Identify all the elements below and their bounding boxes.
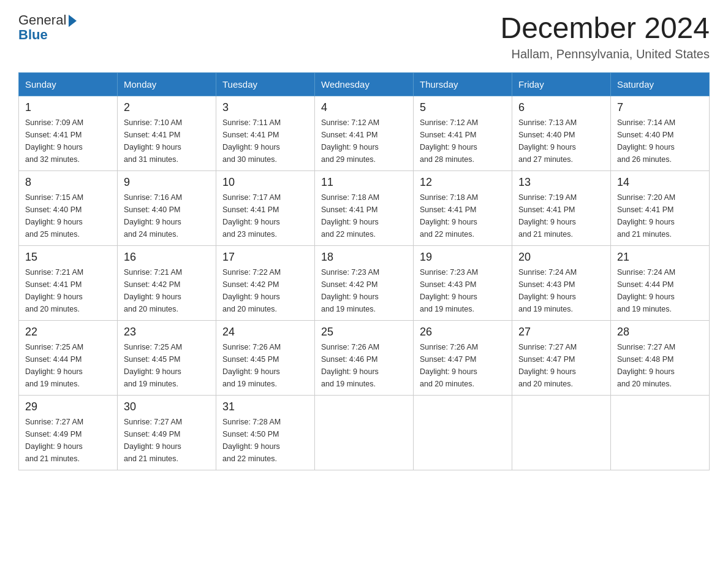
day-info: Sunrise: 7:12 AM Sunset: 4:41 PM Dayligh…	[321, 117, 407, 166]
day-number: 20	[518, 251, 604, 264]
day-info: Sunrise: 7:16 AM Sunset: 4:40 PM Dayligh…	[124, 191, 210, 240]
day-info: Sunrise: 7:23 AM Sunset: 4:43 PM Dayligh…	[420, 266, 506, 315]
day-info: Sunrise: 7:24 AM Sunset: 4:44 PM Dayligh…	[617, 266, 703, 315]
day-info: Sunrise: 7:12 AM Sunset: 4:41 PM Dayligh…	[420, 117, 506, 166]
day-info: Sunrise: 7:11 AM Sunset: 4:41 PM Dayligh…	[222, 117, 308, 166]
calendar-cell: 12 Sunrise: 7:18 AM Sunset: 4:41 PM Dayl…	[414, 170, 512, 245]
day-number: 11	[321, 176, 407, 189]
calendar-cell: 15 Sunrise: 7:21 AM Sunset: 4:41 PM Dayl…	[19, 245, 118, 320]
calendar-cell: 6 Sunrise: 7:13 AM Sunset: 4:40 PM Dayli…	[512, 96, 611, 170]
calendar-cell: 8 Sunrise: 7:15 AM Sunset: 4:40 PM Dayli…	[19, 170, 118, 245]
day-number: 10	[222, 176, 308, 189]
day-info: Sunrise: 7:10 AM Sunset: 4:41 PM Dayligh…	[124, 117, 210, 166]
calendar-cell: 10 Sunrise: 7:17 AM Sunset: 4:41 PM Dayl…	[216, 170, 315, 245]
calendar-cell	[611, 395, 710, 470]
day-number: 26	[420, 326, 506, 339]
calendar-cell	[512, 395, 611, 470]
day-info: Sunrise: 7:20 AM Sunset: 4:41 PM Dayligh…	[617, 191, 703, 240]
day-number: 7	[617, 101, 703, 114]
calendar-cell: 2 Sunrise: 7:10 AM Sunset: 4:41 PM Dayli…	[118, 96, 216, 170]
day-info: Sunrise: 7:27 AM Sunset: 4:48 PM Dayligh…	[617, 341, 703, 390]
day-number: 31	[222, 400, 308, 413]
day-number: 18	[321, 251, 407, 264]
day-number: 29	[25, 400, 111, 413]
week-row-2: 8 Sunrise: 7:15 AM Sunset: 4:40 PM Dayli…	[19, 170, 710, 245]
day-info: Sunrise: 7:25 AM Sunset: 4:45 PM Dayligh…	[124, 341, 210, 390]
calendar-cell: 20 Sunrise: 7:24 AM Sunset: 4:43 PM Dayl…	[512, 245, 611, 320]
day-info: Sunrise: 7:24 AM Sunset: 4:43 PM Dayligh…	[518, 266, 604, 315]
day-number: 3	[222, 101, 308, 114]
day-number: 28	[617, 326, 703, 339]
calendar-cell: 14 Sunrise: 7:20 AM Sunset: 4:41 PM Dayl…	[611, 170, 710, 245]
day-number: 9	[124, 176, 210, 189]
day-number: 21	[617, 251, 703, 264]
day-number: 13	[518, 176, 604, 189]
header-monday: Monday	[118, 72, 216, 96]
day-number: 24	[222, 326, 308, 339]
week-row-4: 22 Sunrise: 7:25 AM Sunset: 4:44 PM Dayl…	[19, 320, 710, 395]
calendar-cell: 17 Sunrise: 7:22 AM Sunset: 4:42 PM Dayl…	[216, 245, 315, 320]
day-number: 19	[420, 251, 506, 264]
day-info: Sunrise: 7:18 AM Sunset: 4:41 PM Dayligh…	[321, 191, 407, 240]
calendar-cell: 11 Sunrise: 7:18 AM Sunset: 4:41 PM Dayl…	[315, 170, 414, 245]
day-info: Sunrise: 7:13 AM Sunset: 4:40 PM Dayligh…	[518, 117, 604, 166]
weekday-header-row: Sunday Monday Tuesday Wednesday Thursday…	[19, 72, 710, 96]
calendar-cell: 9 Sunrise: 7:16 AM Sunset: 4:40 PM Dayli…	[118, 170, 216, 245]
day-number: 16	[124, 251, 210, 264]
calendar-cell: 30 Sunrise: 7:27 AM Sunset: 4:49 PM Dayl…	[118, 395, 216, 470]
day-number: 8	[25, 176, 111, 189]
day-number: 22	[25, 326, 111, 339]
calendar-cell: 22 Sunrise: 7:25 AM Sunset: 4:44 PM Dayl…	[19, 320, 118, 395]
calendar-cell: 29 Sunrise: 7:27 AM Sunset: 4:49 PM Dayl…	[19, 395, 118, 470]
calendar-cell: 18 Sunrise: 7:23 AM Sunset: 4:42 PM Dayl…	[315, 245, 414, 320]
header-wednesday: Wednesday	[315, 72, 414, 96]
day-info: Sunrise: 7:23 AM Sunset: 4:42 PM Dayligh…	[321, 266, 407, 315]
logo: General Blue	[18, 12, 77, 43]
logo-blue-text: Blue	[18, 27, 48, 43]
logo-arrow-icon	[69, 15, 77, 27]
calendar-cell: 5 Sunrise: 7:12 AM Sunset: 4:41 PM Dayli…	[414, 96, 512, 170]
day-number: 2	[124, 101, 210, 114]
day-info: Sunrise: 7:27 AM Sunset: 4:49 PM Dayligh…	[25, 416, 111, 465]
day-info: Sunrise: 7:26 AM Sunset: 4:47 PM Dayligh…	[420, 341, 506, 390]
calendar-cell: 26 Sunrise: 7:26 AM Sunset: 4:47 PM Dayl…	[414, 320, 512, 395]
day-number: 4	[321, 101, 407, 114]
header-sunday: Sunday	[19, 72, 118, 96]
day-number: 14	[617, 176, 703, 189]
title-area: December 2024 Hallam, Pennsylvania, Unit…	[500, 12, 710, 61]
calendar-cell: 19 Sunrise: 7:23 AM Sunset: 4:43 PM Dayl…	[414, 245, 512, 320]
page-header: General Blue December 2024 Hallam, Penns…	[18, 12, 710, 61]
day-info: Sunrise: 7:27 AM Sunset: 4:49 PM Dayligh…	[124, 416, 210, 465]
logo-general-text: General	[18, 12, 66, 28]
location-subtitle: Hallam, Pennsylvania, United States	[500, 47, 710, 61]
day-number: 30	[124, 400, 210, 413]
calendar-cell: 21 Sunrise: 7:24 AM Sunset: 4:44 PM Dayl…	[611, 245, 710, 320]
day-info: Sunrise: 7:09 AM Sunset: 4:41 PM Dayligh…	[25, 117, 111, 166]
calendar-cell: 27 Sunrise: 7:27 AM Sunset: 4:47 PM Dayl…	[512, 320, 611, 395]
calendar-cell: 23 Sunrise: 7:25 AM Sunset: 4:45 PM Dayl…	[118, 320, 216, 395]
day-info: Sunrise: 7:21 AM Sunset: 4:41 PM Dayligh…	[25, 266, 111, 315]
calendar-cell: 28 Sunrise: 7:27 AM Sunset: 4:48 PM Dayl…	[611, 320, 710, 395]
day-info: Sunrise: 7:19 AM Sunset: 4:41 PM Dayligh…	[518, 191, 604, 240]
calendar-cell: 13 Sunrise: 7:19 AM Sunset: 4:41 PM Dayl…	[512, 170, 611, 245]
day-info: Sunrise: 7:22 AM Sunset: 4:42 PM Dayligh…	[222, 266, 308, 315]
calendar-cell: 24 Sunrise: 7:26 AM Sunset: 4:45 PM Dayl…	[216, 320, 315, 395]
day-number: 5	[420, 101, 506, 114]
day-info: Sunrise: 7:25 AM Sunset: 4:44 PM Dayligh…	[25, 341, 111, 390]
calendar-table: Sunday Monday Tuesday Wednesday Thursday…	[18, 72, 710, 470]
day-info: Sunrise: 7:18 AM Sunset: 4:41 PM Dayligh…	[420, 191, 506, 240]
header-saturday: Saturday	[611, 72, 710, 96]
day-info: Sunrise: 7:14 AM Sunset: 4:40 PM Dayligh…	[617, 117, 703, 166]
calendar-cell: 25 Sunrise: 7:26 AM Sunset: 4:46 PM Dayl…	[315, 320, 414, 395]
header-thursday: Thursday	[414, 72, 512, 96]
header-friday: Friday	[512, 72, 611, 96]
day-number: 27	[518, 326, 604, 339]
week-row-3: 15 Sunrise: 7:21 AM Sunset: 4:41 PM Dayl…	[19, 245, 710, 320]
calendar-cell: 7 Sunrise: 7:14 AM Sunset: 4:40 PM Dayli…	[611, 96, 710, 170]
day-number: 17	[222, 251, 308, 264]
calendar-cell: 31 Sunrise: 7:28 AM Sunset: 4:50 PM Dayl…	[216, 395, 315, 470]
calendar-cell: 1 Sunrise: 7:09 AM Sunset: 4:41 PM Dayli…	[19, 96, 118, 170]
week-row-1: 1 Sunrise: 7:09 AM Sunset: 4:41 PM Dayli…	[19, 96, 710, 170]
day-info: Sunrise: 7:26 AM Sunset: 4:46 PM Dayligh…	[321, 341, 407, 390]
day-info: Sunrise: 7:17 AM Sunset: 4:41 PM Dayligh…	[222, 191, 308, 240]
